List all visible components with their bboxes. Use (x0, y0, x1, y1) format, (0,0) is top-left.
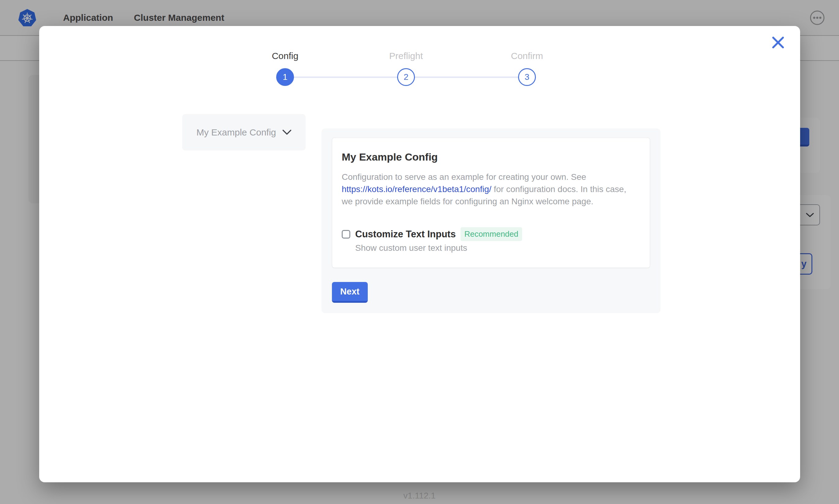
step-circle: 1 (276, 68, 294, 86)
customize-text-inputs-help: Show custom user text inputs (355, 243, 637, 253)
description-line: https://kots.io/reference/v1beta1/config… (342, 183, 637, 195)
config-group-title: My Example Config (342, 151, 637, 163)
config-docs-link[interactable]: https://kots.io/reference/v1beta1/config… (342, 184, 492, 194)
description-line: we provide example fields for configurin… (342, 195, 637, 208)
step-label: Config (247, 51, 323, 61)
config-group-description: Configuration to serve as an example for… (342, 171, 637, 208)
customize-text-inputs-label[interactable]: Customize Text Inputs (355, 229, 456, 240)
step-confirm: Confirm 3 (489, 51, 565, 86)
step-label: Preflight (368, 51, 444, 61)
chevron-down-icon (282, 129, 291, 135)
recommended-badge: Recommended (461, 227, 522, 241)
step-circle: 2 (397, 68, 415, 86)
customize-text-inputs-row: Customize Text Inputs Recommended (342, 227, 637, 241)
config-group-dropdown[interactable]: My Example Config (182, 114, 306, 150)
step-preflight: Preflight 2 (368, 51, 444, 86)
step-config: Config 1 (247, 51, 323, 86)
close-icon[interactable] (771, 35, 785, 50)
config-form-area: My Example Config Configuration to serve… (322, 128, 661, 313)
config-group-dropdown-label: My Example Config (196, 127, 276, 138)
step-circle: 3 (518, 68, 536, 86)
screen: Application Cluster Management 0 (0, 0, 839, 504)
customize-text-inputs-checkbox[interactable] (342, 230, 350, 238)
description-text: for configuration docs. In this case, (492, 184, 626, 194)
description-line: Configuration to serve as an example for… (342, 171, 637, 183)
step-label: Confirm (489, 51, 565, 61)
next-button[interactable]: Next (332, 282, 368, 303)
wizard-stepper: Config 1 Preflight 2 Confirm 3 (39, 51, 800, 90)
config-group-card: My Example Config Configuration to serve… (332, 138, 650, 268)
config-wizard-modal: Config 1 Preflight 2 Confirm 3 My Exampl… (39, 26, 800, 482)
